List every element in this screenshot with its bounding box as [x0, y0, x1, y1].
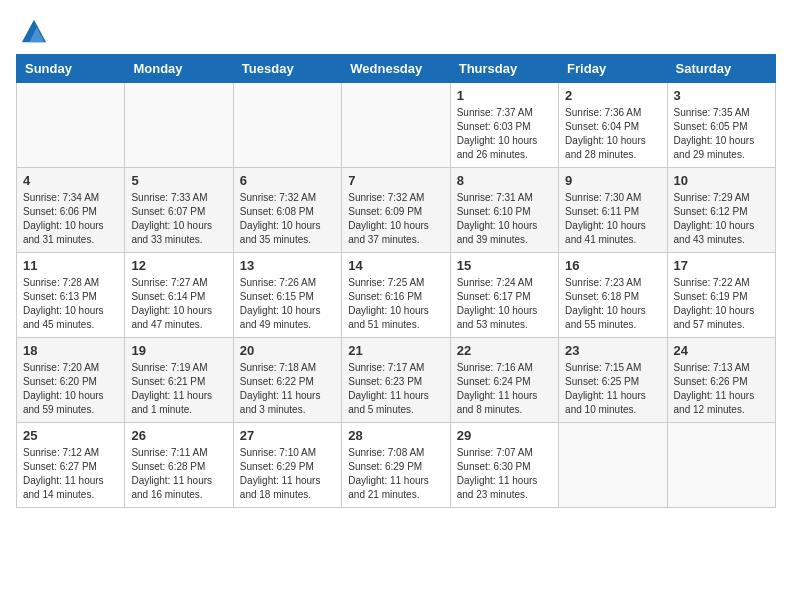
calendar-cell: [233, 83, 341, 168]
day-info: Sunrise: 7:15 AM Sunset: 6:25 PM Dayligh…: [565, 361, 660, 417]
calendar-cell: 5Sunrise: 7:33 AM Sunset: 6:07 PM Daylig…: [125, 168, 233, 253]
calendar-cell: 25Sunrise: 7:12 AM Sunset: 6:27 PM Dayli…: [17, 423, 125, 508]
calendar-cell: 1Sunrise: 7:37 AM Sunset: 6:03 PM Daylig…: [450, 83, 558, 168]
calendar-cell: 18Sunrise: 7:20 AM Sunset: 6:20 PM Dayli…: [17, 338, 125, 423]
day-info: Sunrise: 7:23 AM Sunset: 6:18 PM Dayligh…: [565, 276, 660, 332]
calendar-cell: 28Sunrise: 7:08 AM Sunset: 6:29 PM Dayli…: [342, 423, 450, 508]
calendar-cell: [342, 83, 450, 168]
calendar-cell: 14Sunrise: 7:25 AM Sunset: 6:16 PM Dayli…: [342, 253, 450, 338]
calendar-cell: [559, 423, 667, 508]
calendar-cell: 19Sunrise: 7:19 AM Sunset: 6:21 PM Dayli…: [125, 338, 233, 423]
calendar-cell: 13Sunrise: 7:26 AM Sunset: 6:15 PM Dayli…: [233, 253, 341, 338]
day-number: 28: [348, 428, 443, 443]
day-number: 2: [565, 88, 660, 103]
day-info: Sunrise: 7:07 AM Sunset: 6:30 PM Dayligh…: [457, 446, 552, 502]
day-number: 12: [131, 258, 226, 273]
day-number: 27: [240, 428, 335, 443]
day-info: Sunrise: 7:16 AM Sunset: 6:24 PM Dayligh…: [457, 361, 552, 417]
day-number: 1: [457, 88, 552, 103]
day-header-monday: Monday: [125, 55, 233, 83]
day-info: Sunrise: 7:34 AM Sunset: 6:06 PM Dayligh…: [23, 191, 118, 247]
day-number: 18: [23, 343, 118, 358]
day-info: Sunrise: 7:12 AM Sunset: 6:27 PM Dayligh…: [23, 446, 118, 502]
calendar-week-row: 18Sunrise: 7:20 AM Sunset: 6:20 PM Dayli…: [17, 338, 776, 423]
calendar-cell: 27Sunrise: 7:10 AM Sunset: 6:29 PM Dayli…: [233, 423, 341, 508]
day-info: Sunrise: 7:27 AM Sunset: 6:14 PM Dayligh…: [131, 276, 226, 332]
calendar-cell: [125, 83, 233, 168]
day-number: 14: [348, 258, 443, 273]
calendar-cell: 15Sunrise: 7:24 AM Sunset: 6:17 PM Dayli…: [450, 253, 558, 338]
calendar-cell: 22Sunrise: 7:16 AM Sunset: 6:24 PM Dayli…: [450, 338, 558, 423]
day-number: 3: [674, 88, 769, 103]
day-info: Sunrise: 7:20 AM Sunset: 6:20 PM Dayligh…: [23, 361, 118, 417]
day-header-wednesday: Wednesday: [342, 55, 450, 83]
day-info: Sunrise: 7:26 AM Sunset: 6:15 PM Dayligh…: [240, 276, 335, 332]
day-info: Sunrise: 7:08 AM Sunset: 6:29 PM Dayligh…: [348, 446, 443, 502]
calendar-cell: 21Sunrise: 7:17 AM Sunset: 6:23 PM Dayli…: [342, 338, 450, 423]
day-header-saturday: Saturday: [667, 55, 775, 83]
day-info: Sunrise: 7:25 AM Sunset: 6:16 PM Dayligh…: [348, 276, 443, 332]
day-header-tuesday: Tuesday: [233, 55, 341, 83]
calendar-week-row: 1Sunrise: 7:37 AM Sunset: 6:03 PM Daylig…: [17, 83, 776, 168]
calendar-cell: 6Sunrise: 7:32 AM Sunset: 6:08 PM Daylig…: [233, 168, 341, 253]
logo-icon: [20, 16, 48, 44]
day-info: Sunrise: 7:30 AM Sunset: 6:11 PM Dayligh…: [565, 191, 660, 247]
day-info: Sunrise: 7:31 AM Sunset: 6:10 PM Dayligh…: [457, 191, 552, 247]
day-header-sunday: Sunday: [17, 55, 125, 83]
day-info: Sunrise: 7:37 AM Sunset: 6:03 PM Dayligh…: [457, 106, 552, 162]
day-info: Sunrise: 7:10 AM Sunset: 6:29 PM Dayligh…: [240, 446, 335, 502]
day-info: Sunrise: 7:35 AM Sunset: 6:05 PM Dayligh…: [674, 106, 769, 162]
day-info: Sunrise: 7:29 AM Sunset: 6:12 PM Dayligh…: [674, 191, 769, 247]
calendar-week-row: 4Sunrise: 7:34 AM Sunset: 6:06 PM Daylig…: [17, 168, 776, 253]
day-info: Sunrise: 7:22 AM Sunset: 6:19 PM Dayligh…: [674, 276, 769, 332]
day-number: 7: [348, 173, 443, 188]
calendar-cell: [17, 83, 125, 168]
calendar-table: SundayMondayTuesdayWednesdayThursdayFrid…: [16, 54, 776, 508]
day-number: 13: [240, 258, 335, 273]
day-info: Sunrise: 7:33 AM Sunset: 6:07 PM Dayligh…: [131, 191, 226, 247]
calendar-cell: 16Sunrise: 7:23 AM Sunset: 6:18 PM Dayli…: [559, 253, 667, 338]
day-info: Sunrise: 7:11 AM Sunset: 6:28 PM Dayligh…: [131, 446, 226, 502]
day-number: 15: [457, 258, 552, 273]
day-info: Sunrise: 7:17 AM Sunset: 6:23 PM Dayligh…: [348, 361, 443, 417]
calendar-cell: 9Sunrise: 7:30 AM Sunset: 6:11 PM Daylig…: [559, 168, 667, 253]
day-info: Sunrise: 7:19 AM Sunset: 6:21 PM Dayligh…: [131, 361, 226, 417]
calendar-cell: 7Sunrise: 7:32 AM Sunset: 6:09 PM Daylig…: [342, 168, 450, 253]
day-number: 17: [674, 258, 769, 273]
day-number: 21: [348, 343, 443, 358]
calendar-week-row: 11Sunrise: 7:28 AM Sunset: 6:13 PM Dayli…: [17, 253, 776, 338]
day-number: 16: [565, 258, 660, 273]
calendar-cell: 17Sunrise: 7:22 AM Sunset: 6:19 PM Dayli…: [667, 253, 775, 338]
calendar-cell: 2Sunrise: 7:36 AM Sunset: 6:04 PM Daylig…: [559, 83, 667, 168]
day-info: Sunrise: 7:13 AM Sunset: 6:26 PM Dayligh…: [674, 361, 769, 417]
calendar-cell: 4Sunrise: 7:34 AM Sunset: 6:06 PM Daylig…: [17, 168, 125, 253]
day-number: 29: [457, 428, 552, 443]
day-number: 23: [565, 343, 660, 358]
day-number: 4: [23, 173, 118, 188]
calendar-cell: 24Sunrise: 7:13 AM Sunset: 6:26 PM Dayli…: [667, 338, 775, 423]
day-number: 8: [457, 173, 552, 188]
day-number: 5: [131, 173, 226, 188]
calendar-cell: 29Sunrise: 7:07 AM Sunset: 6:30 PM Dayli…: [450, 423, 558, 508]
day-info: Sunrise: 7:36 AM Sunset: 6:04 PM Dayligh…: [565, 106, 660, 162]
day-number: 9: [565, 173, 660, 188]
calendar-cell: 12Sunrise: 7:27 AM Sunset: 6:14 PM Dayli…: [125, 253, 233, 338]
day-number: 24: [674, 343, 769, 358]
page-header: [16, 16, 776, 44]
calendar-cell: 11Sunrise: 7:28 AM Sunset: 6:13 PM Dayli…: [17, 253, 125, 338]
calendar-cell: 8Sunrise: 7:31 AM Sunset: 6:10 PM Daylig…: [450, 168, 558, 253]
day-info: Sunrise: 7:32 AM Sunset: 6:09 PM Dayligh…: [348, 191, 443, 247]
day-number: 22: [457, 343, 552, 358]
calendar-cell: 10Sunrise: 7:29 AM Sunset: 6:12 PM Dayli…: [667, 168, 775, 253]
calendar-cell: 3Sunrise: 7:35 AM Sunset: 6:05 PM Daylig…: [667, 83, 775, 168]
day-info: Sunrise: 7:18 AM Sunset: 6:22 PM Dayligh…: [240, 361, 335, 417]
day-number: 6: [240, 173, 335, 188]
calendar-week-row: 25Sunrise: 7:12 AM Sunset: 6:27 PM Dayli…: [17, 423, 776, 508]
calendar-cell: 23Sunrise: 7:15 AM Sunset: 6:25 PM Dayli…: [559, 338, 667, 423]
day-header-thursday: Thursday: [450, 55, 558, 83]
day-info: Sunrise: 7:24 AM Sunset: 6:17 PM Dayligh…: [457, 276, 552, 332]
day-info: Sunrise: 7:32 AM Sunset: 6:08 PM Dayligh…: [240, 191, 335, 247]
calendar-header-row: SundayMondayTuesdayWednesdayThursdayFrid…: [17, 55, 776, 83]
day-number: 25: [23, 428, 118, 443]
day-number: 19: [131, 343, 226, 358]
